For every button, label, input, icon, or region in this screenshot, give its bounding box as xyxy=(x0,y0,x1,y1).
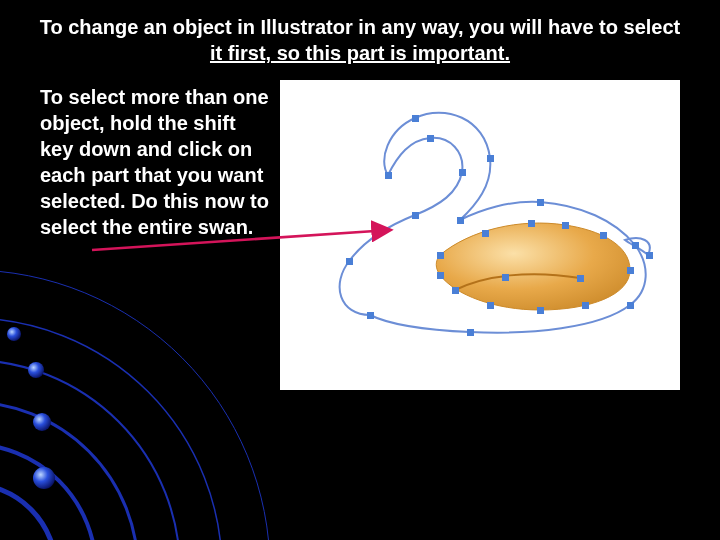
svg-rect-15 xyxy=(385,172,392,179)
svg-rect-10 xyxy=(367,312,374,319)
svg-point-5 xyxy=(0,484,56,540)
svg-rect-12 xyxy=(412,212,419,219)
instruction-text: To select more than one object, hold the… xyxy=(40,84,270,240)
svg-rect-24 xyxy=(437,252,444,259)
svg-rect-13 xyxy=(459,169,466,176)
heading-line-1: To change an object in Illustrator in an… xyxy=(40,16,681,38)
svg-rect-28 xyxy=(600,232,607,239)
svg-rect-36 xyxy=(577,275,584,282)
svg-rect-33 xyxy=(437,272,444,279)
swan-vector-icon xyxy=(280,80,680,390)
svg-point-8 xyxy=(33,413,51,431)
svg-rect-26 xyxy=(528,220,535,227)
heading-line-2: it first, so this part is important. xyxy=(210,42,510,64)
svg-rect-32 xyxy=(487,302,494,309)
svg-rect-20 xyxy=(632,242,639,249)
svg-rect-23 xyxy=(467,329,474,336)
svg-point-4 xyxy=(0,444,96,540)
svg-point-3 xyxy=(0,402,138,540)
svg-rect-31 xyxy=(537,307,544,314)
svg-point-2 xyxy=(0,360,180,540)
svg-rect-18 xyxy=(457,217,464,224)
svg-rect-19 xyxy=(537,199,544,206)
svg-point-7 xyxy=(28,362,44,378)
slide-heading: To change an object in Illustrator in an… xyxy=(28,14,692,66)
orbit-arcs-icon xyxy=(0,270,270,540)
svg-rect-11 xyxy=(346,258,353,265)
svg-rect-35 xyxy=(502,274,509,281)
svg-point-0 xyxy=(0,270,270,540)
svg-rect-17 xyxy=(487,155,494,162)
svg-point-1 xyxy=(0,318,222,540)
svg-point-6 xyxy=(7,327,21,341)
svg-rect-14 xyxy=(427,135,434,142)
svg-rect-25 xyxy=(482,230,489,237)
svg-rect-21 xyxy=(646,252,653,259)
svg-rect-27 xyxy=(562,222,569,229)
svg-rect-16 xyxy=(412,115,419,122)
svg-rect-30 xyxy=(582,302,589,309)
svg-rect-29 xyxy=(627,267,634,274)
svg-point-9 xyxy=(33,467,55,489)
svg-rect-34 xyxy=(452,287,459,294)
illustration-panel xyxy=(280,80,680,390)
svg-rect-22 xyxy=(627,302,634,309)
